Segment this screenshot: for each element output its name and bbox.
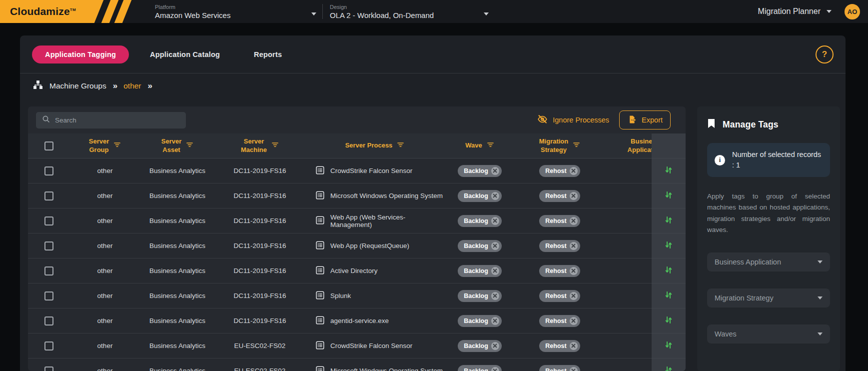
- map-process-action[interactable]: [652, 258, 686, 284]
- strategy-tag-chip: Rehost: [539, 315, 580, 327]
- row-checkbox[interactable]: [44, 366, 53, 371]
- cell-wave: Backlog: [445, 315, 515, 327]
- column-header-server-group[interactable]: Server Group: [70, 138, 140, 154]
- map-process-action[interactable]: [652, 158, 686, 184]
- avatar[interactable]: AO: [845, 4, 860, 20]
- remove-wave-tag-icon[interactable]: [491, 242, 499, 250]
- table-row: other Business Analytics DC11-2019-FS16 …: [28, 234, 686, 258]
- process-list-icon: [316, 316, 324, 326]
- breadcrumb-machine-groups[interactable]: Machine Groups: [49, 82, 106, 90]
- table-row: other Business Analytics DC11-2019-FS16 …: [28, 258, 686, 284]
- cell-migration-strategy: Rehost: [515, 265, 605, 277]
- ignore-processes-button[interactable]: Ignore Processes: [537, 114, 609, 126]
- remove-strategy-tag-icon[interactable]: [570, 367, 578, 371]
- remove-strategy-tag-icon[interactable]: [570, 317, 578, 325]
- platform-select[interactable]: Platform Amazon Web Services: [155, 0, 322, 23]
- cell-server-group: other: [70, 267, 140, 274]
- business-application-dropdown[interactable]: Business Application: [707, 252, 830, 272]
- search-box[interactable]: [36, 112, 186, 128]
- cell-server-machine: DC11-2019-FS16: [215, 167, 305, 174]
- map-process-action[interactable]: [652, 308, 686, 334]
- column-header-migration-strategy[interactable]: Migration Strategy: [515, 138, 605, 154]
- filter-icon: [186, 141, 193, 151]
- row-checkbox[interactable]: [44, 242, 53, 250]
- remove-strategy-tag-icon[interactable]: [570, 167, 578, 175]
- row-checkbox[interactable]: [44, 292, 53, 300]
- remove-wave-tag-icon[interactable]: [491, 267, 499, 275]
- remove-wave-tag-icon[interactable]: [491, 317, 499, 325]
- row-checkbox[interactable]: [44, 342, 53, 350]
- column-header-wave[interactable]: Wave: [445, 141, 515, 151]
- swap-route-icon: [664, 215, 674, 227]
- map-process-action[interactable]: [652, 234, 686, 258]
- table-row: other Business Analytics DC11-2019-FS16 …: [28, 208, 686, 234]
- column-header-server-asset[interactable]: Server Asset: [140, 138, 215, 154]
- search-input[interactable]: [55, 116, 180, 124]
- process-name: Microsoft Windows Operating System: [330, 367, 443, 371]
- remove-wave-tag-icon[interactable]: [491, 167, 499, 175]
- tab-application-catalog[interactable]: Application Catalog: [137, 46, 233, 64]
- map-process-action[interactable]: [652, 208, 686, 234]
- migration-planner-label: Migration Planner: [758, 7, 821, 16]
- remove-strategy-tag-icon[interactable]: [570, 217, 578, 225]
- waves-dropdown[interactable]: Waves: [707, 324, 830, 344]
- remove-wave-tag-icon[interactable]: [491, 217, 499, 225]
- cell-server-group: other: [70, 292, 140, 300]
- swap-route-icon: [664, 240, 674, 252]
- remove-wave-tag-icon[interactable]: [491, 367, 499, 371]
- map-process-action[interactable]: [652, 358, 686, 371]
- cell-migration-strategy: Rehost: [515, 290, 605, 302]
- ignore-processes-label: Ignore Processes: [553, 116, 609, 124]
- double-chevron-icon: »: [148, 81, 152, 91]
- row-checkbox[interactable]: [44, 166, 53, 176]
- remove-wave-tag-icon[interactable]: [491, 192, 499, 200]
- cell-server-process: CrowdStrike Falcon Sensor: [305, 166, 445, 176]
- cell-server-machine: EU-ESC02-FS02: [215, 342, 305, 350]
- cell-server-asset: Business Analytics: [140, 267, 215, 274]
- remove-strategy-tag-icon[interactable]: [570, 242, 578, 250]
- tab-reports[interactable]: Reports: [241, 46, 295, 64]
- top-bar: CloudamizeTM Platform Amazon Web Service…: [0, 0, 868, 23]
- help-button[interactable]: ?: [816, 46, 834, 64]
- migration-strategy-dropdown[interactable]: Migration Strategy: [707, 288, 830, 308]
- process-list-icon: [316, 216, 324, 226]
- map-process-action[interactable]: [652, 334, 686, 358]
- action-column: [652, 134, 686, 371]
- cell-wave: Backlog: [445, 165, 515, 177]
- cell-server-asset: Business Analytics: [140, 192, 215, 200]
- cell-server-asset: Business Analytics: [140, 342, 215, 350]
- swap-route-icon: [664, 340, 674, 352]
- row-checkbox[interactable]: [44, 192, 53, 200]
- remove-wave-tag-icon[interactable]: [491, 292, 499, 300]
- export-label: Export: [642, 116, 663, 124]
- cell-migration-strategy: Rehost: [515, 315, 605, 327]
- strategy-tag-chip: Rehost: [539, 365, 580, 371]
- column-header-server-process[interactable]: Server Process: [305, 141, 445, 151]
- column-header-server-machine[interactable]: Server Machine: [215, 138, 305, 154]
- strategy-tag-chip: Rehost: [539, 290, 580, 302]
- cloudamize-logo[interactable]: CloudamizeTM: [0, 0, 136, 23]
- migration-planner-menu[interactable]: Migration Planner: [758, 7, 832, 16]
- export-button[interactable]: Export: [619, 110, 671, 130]
- wave-tag-chip: Backlog: [458, 315, 502, 327]
- remove-strategy-tag-icon[interactable]: [570, 192, 578, 200]
- map-process-action[interactable]: [652, 184, 686, 208]
- chevron-down-icon: [818, 260, 823, 264]
- remove-strategy-tag-icon[interactable]: [570, 342, 578, 350]
- remove-strategy-tag-icon[interactable]: [570, 292, 578, 300]
- breadcrumb-current-group[interactable]: other: [123, 82, 141, 90]
- row-checkbox[interactable]: [44, 216, 53, 226]
- row-checkbox[interactable]: [44, 316, 53, 326]
- process-name: agentid-service.exe: [330, 317, 389, 324]
- wave-tag-chip: Backlog: [458, 290, 502, 302]
- map-process-action[interactable]: [652, 284, 686, 308]
- filter-icon: [573, 141, 580, 151]
- tabs-row: Application Tagging Application Catalog …: [20, 36, 846, 73]
- design-select[interactable]: Design OLA 2 - Workload, On-Demand: [330, 0, 495, 23]
- process-list-icon: [316, 166, 324, 176]
- remove-strategy-tag-icon[interactable]: [570, 267, 578, 275]
- select-all-checkbox[interactable]: [44, 142, 53, 150]
- remove-wave-tag-icon[interactable]: [491, 342, 499, 350]
- row-checkbox[interactable]: [44, 266, 53, 276]
- tab-application-tagging[interactable]: Application Tagging: [32, 46, 129, 64]
